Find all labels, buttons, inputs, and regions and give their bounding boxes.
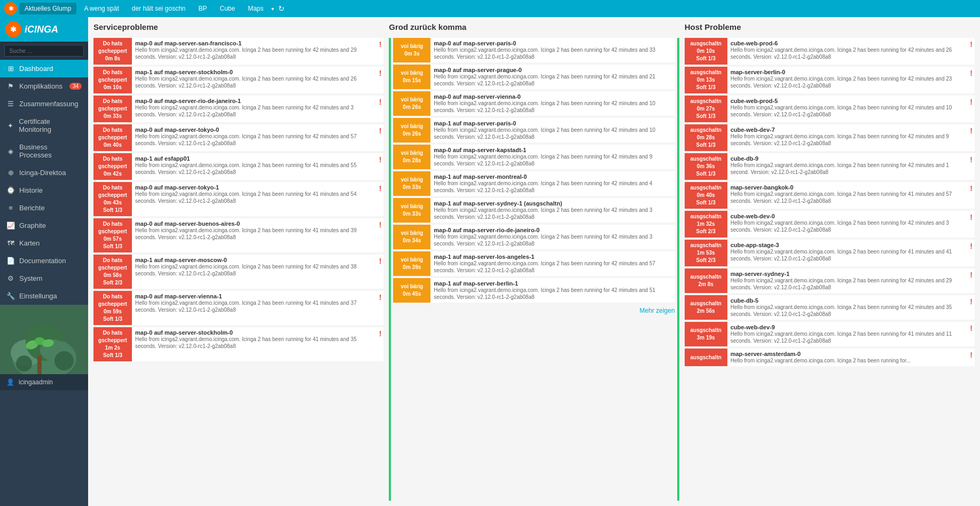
einstellunga-icon: 🔧 [6, 292, 15, 300]
svg-point-7 [54, 351, 74, 370]
host-problem-item: ausgschaltn1m 53sSoft 2/3 cube-app-stage… [685, 240, 975, 266]
service-text: Hello from icinga2.vagrant.demo.icinga.c… [135, 336, 374, 350]
sidebar-search [0, 42, 88, 60]
host-badge: ausgschaltn3m 19s [685, 322, 727, 346]
sidebar-item-historie[interactable]: ⌚ Historie [0, 181, 88, 199]
host-content: map-server-sydney-1 Hello from icinga2.v… [727, 268, 968, 293]
grod-host: map-1 auf map-server-montreal-0 [434, 173, 671, 180]
host-name: cube-web-prod-5 [731, 98, 965, 104]
grod-item: voi bärig0m 26s map-1 auf map-server-par… [393, 118, 675, 143]
grod-badge: voi bärig0m 26s [393, 91, 430, 116]
exclaim-icon: ! [968, 153, 975, 180]
exclaim-icon: ! [377, 124, 384, 151]
top-nav-item-bp[interactable]: BP [193, 3, 213, 14]
service-badge: Do hatsgscheppert0m 33s [93, 96, 132, 122]
service-problem-item: Do hatsgscheppert0m 59sSoft 1/3 map-0 au… [93, 291, 383, 325]
host-problem-item: ausgschaltn2m 56s cube-db-5 Hello from i… [685, 295, 975, 320]
host-content: cube-web-dev-9 Hello from icinga2.vagran… [727, 322, 968, 346]
host-badge: ausgschaltn2m 56s [685, 295, 727, 320]
grod-item: voi bärig0m 45s map-1 auf map-server-ber… [393, 278, 675, 303]
service-content: map-0 auf map-server-rio-de-janeiro-1 He… [132, 96, 377, 122]
dashboard-icon: ⊞ [6, 65, 15, 73]
service-content: map-1 auf map-server-moscow-0 Hello from… [132, 255, 377, 289]
host-name: cube-web-dev-7 [731, 127, 965, 133]
sidebar-item-business-processes[interactable]: ◈ Business Processes [0, 138, 88, 164]
sidebar-item-label: System [19, 274, 42, 282]
exclaim-icon: ! [377, 291, 384, 325]
sidebar-item-certificate[interactable]: ✦ Certificate Monitoring [0, 113, 88, 138]
grod-text: Hello from icinga2.vagrant.demo.icinga.c… [434, 287, 671, 301]
sidebar-item-label: Komplikations [19, 82, 62, 90]
exclaim-icon: ! [377, 38, 384, 65]
host-name: cube-web-dev-9 [731, 324, 965, 330]
grod-content: map-1 auf map-server-montreal-0 Hello fr… [430, 171, 675, 196]
service-problem-item: Do hatsgscheppert0m 10s map-1 auf map-se… [93, 67, 383, 93]
top-nav-dropdown[interactable]: ▾ [271, 6, 274, 12]
grod-item: voi bärig0m 33s map-1 auf map-server-mon… [393, 171, 675, 196]
sidebar-item-graphite[interactable]: 📈 Graphite [0, 217, 88, 234]
grod-host: map-1 auf map-server-los-angeles-1 [434, 254, 671, 260]
sidebar-item-dashboard[interactable]: ⊞ Dashboard [0, 60, 88, 77]
search-input[interactable] [4, 45, 84, 57]
sidebar-user[interactable]: 👤 icingaadmin [0, 374, 88, 390]
host-badge: ausgschaltn0m 40sSoft 1/3 [685, 182, 727, 209]
top-nav-item-cube[interactable]: Cube [215, 3, 241, 14]
grod-content: map-0 auf map-server-vienna-0 Hello from… [430, 91, 675, 116]
sidebar-item-documentation[interactable]: 📄 Documentation [0, 252, 88, 270]
exclaim-icon: ! [968, 38, 975, 65]
grod-content: map-0 auf map-server-kapstadt-1 Hello fr… [430, 145, 675, 169]
grod-badge: voi bärig0m 39s [393, 251, 430, 276]
sidebar-item-label: Historie [19, 186, 43, 194]
host-content: cube-app-stage-3 Hello from icinga2.vagr… [727, 240, 968, 266]
service-badge: Do hatsgscheppert0m 59sSoft 1/3 [93, 291, 132, 325]
exclaim-icon: ! [968, 322, 975, 346]
documentation-icon: 📄 [6, 257, 15, 265]
host-name: cube-db-5 [731, 297, 965, 304]
certificate-icon: ✦ [6, 122, 14, 130]
grod-badge: voi bärig0m 15s [393, 65, 430, 89]
host-problem-item: ausgschaltn2m 8s map-server-sydney-1 Hel… [685, 268, 975, 293]
sidebar: ✱ iCINGA ⊞ Dashboard ⚑ Komplikations 34 … [0, 17, 88, 506]
top-nav-item-maps[interactable]: Maps [242, 3, 269, 14]
grod-content: map-1 auf map-server-sydney-1 (ausgschal… [430, 198, 675, 223]
sidebar-item-icinga-direktoa[interactable]: ⊕ Icinga-Direktoa [0, 164, 88, 181]
logo-icon: ✱ [4, 2, 17, 15]
grod-badge: voi bärig0m 33s [393, 198, 430, 223]
host-content: cube-web-prod-5 Hello from icinga2.vagra… [727, 96, 968, 122]
host-problem-item: ausgschaltn1m 32sSoft 2/3 cube-web-dev-0… [685, 211, 975, 238]
service-badge: Do hatsgscheppert0m 10s [93, 67, 132, 93]
host-name: cube-web-prod-6 [731, 40, 965, 46]
service-content: map-0 auf map-server-stockholm-0 Hello f… [132, 327, 377, 361]
grod-item: voi bärig0m 34s map-0 auf map-server-rio… [393, 225, 675, 249]
service-content: map-1 auf map-server-stockholm-0 Hello f… [132, 67, 377, 93]
grod-mehr-zeigen[interactable]: Mehr zeigen [393, 305, 675, 317]
sidebar-item-einstellunga[interactable]: 🔧 Einstellunga [0, 287, 88, 305]
host-badge: ausgschaltn1m 53sSoft 2/3 [685, 240, 727, 266]
sidebar-logo-text: iCINGA [25, 24, 58, 35]
sidebar-item-zusammenfassung[interactable]: ☰ Zusammenfassung [0, 95, 88, 113]
sidebar-item-komplikations[interactable]: ⚑ Komplikations 34 [0, 77, 88, 95]
top-nav-item-halt[interactable]: der hält sei goschn [127, 3, 191, 14]
sidebar-logo: ✱ iCINGA [0, 17, 88, 42]
service-problem-item: Do hatsgscheppert0m 57sSoft 1/3 map-0 au… [93, 218, 383, 252]
grod-text: Hello from icinga2.vagrant.demo.icinga.c… [434, 100, 671, 114]
top-nav: ✱ Aktuelles Glump A weng spät der hält s… [0, 0, 980, 17]
sidebar-item-berichte[interactable]: ≡ Berichte [0, 199, 88, 217]
host-text: Hello from icinga2.vagrant.demo.icinga.c… [731, 191, 965, 204]
sidebar-item-system[interactable]: ⚙ System [0, 270, 88, 287]
grod-content: map-1 auf map-server-los-angeles-1 Hello… [430, 251, 675, 276]
grod-text: Hello from icinga2.vagrant.demo.icinga.c… [434, 127, 671, 140]
grod-text: Hello from icinga2.vagrant.demo.icinga.c… [434, 180, 671, 194]
sidebar-item-karten[interactable]: 🗺 Karten [0, 234, 88, 252]
host-problem-item: ausgschaltn0m 40sSoft 1/3 map-server-ban… [685, 182, 975, 209]
host-content: cube-web-dev-7 Hello from icinga2.vagran… [727, 124, 968, 151]
grod-text: Hello from icinga2.vagrant.demo.icinga.c… [434, 46, 671, 60]
top-nav-item-aktuelles[interactable]: Aktuelles Glump [19, 3, 76, 14]
top-nav-refresh[interactable]: ↻ [278, 4, 285, 13]
host-badge: ausgschaltn [685, 349, 727, 366]
grod-content: map-0 auf map-server-rio-de-janeiro-0 He… [430, 225, 675, 249]
grod-badge: voi bärig0m 3s [393, 38, 430, 62]
top-nav-item-weng[interactable]: A weng spät [79, 3, 124, 14]
karten-icon: 🗺 [6, 239, 15, 247]
host-name: map-server-sydney-1 [731, 271, 965, 277]
